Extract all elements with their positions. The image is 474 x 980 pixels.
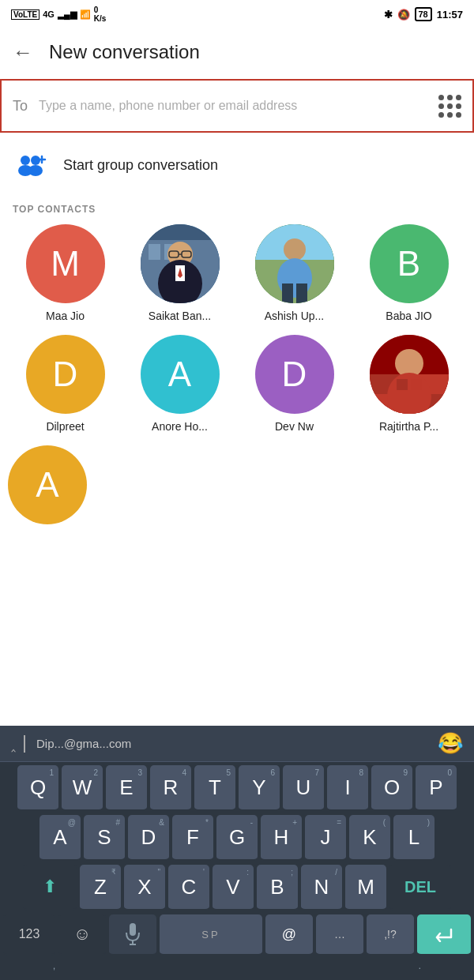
key-z[interactable]: ₹Z — [80, 865, 121, 911]
contact-name-baba-jio: Baba JIO — [386, 310, 431, 322]
avatar-saikat — [141, 224, 220, 303]
space-key[interactable]: SP — [160, 914, 262, 956]
key-n[interactable]: /N — [301, 865, 342, 911]
num-key[interactable]: 123 — [3, 914, 55, 956]
top-contacts-label: TOP CONTACTS — [0, 197, 474, 224]
contact-anore[interactable]: A Anore Ho... — [122, 335, 237, 433]
svg-rect-23 — [296, 283, 307, 303]
key-a[interactable]: @A — [40, 815, 81, 861]
partial-row: A — [0, 445, 474, 543]
avatar-maa-jio: M — [26, 224, 105, 303]
key-o[interactable]: 9O — [371, 765, 412, 811]
contact-dev[interactable]: D Dev Nw — [237, 335, 352, 433]
contact-rajtirtha[interactable]: Rajtirtha P... — [352, 335, 466, 433]
svg-point-20 — [284, 238, 306, 261]
to-field-container[interactable]: To Type a name, phone number or email ad… — [0, 79, 474, 133]
key-h[interactable]: +H — [261, 815, 302, 861]
suggestion-expand-icon[interactable]: ‸ — [11, 735, 16, 753]
to-label: To — [13, 98, 28, 115]
contact-partial-a[interactable]: A — [8, 445, 87, 531]
page-title: New conversation — [49, 41, 200, 63]
key-p[interactable]: 0P — [416, 765, 457, 811]
contact-dilpreet[interactable]: D Dilpreet — [8, 335, 122, 433]
suggestion-emoji[interactable]: 😂 — [438, 731, 463, 756]
suggestion-cursor — [24, 735, 25, 753]
contact-name-rajtirtha: Rajtirtha P... — [379, 420, 438, 433]
avatar-partial: A — [8, 445, 87, 524]
avatar-baba-jio: B — [370, 224, 449, 303]
mic-key[interactable] — [109, 914, 156, 956]
key-t[interactable]: 5T — [194, 765, 235, 811]
key-m[interactable]: M — [345, 865, 386, 911]
contact-name-saikat: Saikat Ban... — [149, 310, 211, 322]
volte-label: VoLTE — [11, 9, 40, 20]
wifi-icon: 📶 — [80, 9, 91, 20]
data-speed: 0K/s — [94, 6, 107, 23]
key-c[interactable]: 'C — [168, 865, 209, 911]
keyboard-row-2: @A #S &D *F -G +H =J (K )L — [3, 815, 471, 861]
keyboard-row-5: , . — [3, 959, 471, 971]
contact-name-ashish: Ashish Up... — [265, 310, 324, 322]
keyboard-row-1: 1Q 2W 3E 4R 5T 6Y 7U 8I 9O 0P — [3, 765, 471, 811]
time-display: 11:57 — [437, 9, 463, 21]
at-key[interactable]: @ — [265, 914, 313, 956]
header: ← New conversation — [0, 28, 474, 76]
key-i[interactable]: 8I — [327, 765, 368, 811]
key-s[interactable]: #S — [84, 815, 125, 861]
battery-indicator: 78 — [415, 7, 432, 21]
key-v[interactable]: :V — [213, 865, 254, 911]
svg-rect-8 — [149, 244, 160, 260]
key-x[interactable]: "X — [124, 865, 165, 911]
enter-key[interactable] — [417, 914, 471, 956]
key-j[interactable]: =J — [305, 815, 346, 861]
punct-key[interactable]: … — [316, 914, 363, 956]
keyboard-row-3: ⬆ ₹Z "X 'C :V ;B /N M DEL — [3, 865, 471, 911]
svg-rect-32 — [130, 923, 136, 936]
start-group-button[interactable]: Start group conversation — [0, 133, 474, 197]
key-l[interactable]: )L — [393, 815, 434, 861]
key-w[interactable]: 2W — [62, 765, 103, 811]
svg-rect-22 — [282, 283, 293, 303]
contact-ashish[interactable]: Ashish Up... — [237, 224, 352, 322]
contact-saikat[interactable]: Saikat Ban... — [122, 224, 237, 322]
key-d[interactable]: &D — [128, 815, 169, 861]
shift-key[interactable]: ⬆ — [23, 865, 77, 911]
keyboard-row-4: 123 ☺ SP @ … ,!? — [3, 914, 471, 956]
suggestion-bar[interactable]: ‸ Dip...@gma...com 😂 — [0, 726, 474, 762]
comma-excl-key[interactable]: ,!? — [367, 914, 414, 956]
contact-baba-jio[interactable]: B Baba JIO — [352, 224, 466, 322]
contact-name-dilpreet: Dilpreet — [46, 420, 84, 433]
suggestion-text[interactable]: Dip...@gma...com — [36, 737, 438, 750]
svg-rect-30 — [397, 379, 408, 390]
key-g[interactable]: -G — [216, 815, 258, 861]
key-y[interactable]: 6Y — [239, 765, 280, 811]
signal-bars: ▂▄▆ — [58, 9, 77, 20]
delete-key[interactable]: DEL — [389, 865, 451, 911]
key-e[interactable]: 3E — [106, 765, 147, 811]
svg-point-3 — [28, 165, 43, 176]
avatar-dilpreet: D — [26, 335, 105, 414]
contact-name-maa-jio: Maa Jio — [46, 310, 85, 322]
contact-maa-jio[interactable]: M Maa Jio — [8, 224, 122, 322]
bluetooth-icon: ✱ — [384, 9, 393, 21]
recipient-input[interactable]: Type a name, phone number or email addre… — [39, 97, 427, 115]
signal-label: 4G — [43, 9, 55, 19]
key-r[interactable]: 4R — [150, 765, 191, 811]
keyboard-rows: 1Q 2W 3E 4R 5T 6Y 7U 8I 9O 0P @A #S &D *… — [0, 762, 474, 980]
key-q[interactable]: 1Q — [17, 765, 58, 811]
key-k[interactable]: (K — [349, 815, 390, 861]
contact-name-anore: Anore Ho... — [152, 420, 208, 433]
avatar-ashish — [255, 224, 334, 303]
group-icon — [13, 147, 49, 183]
avatar-anore: A — [141, 335, 220, 414]
key-f[interactable]: *F — [172, 815, 213, 861]
contacts-grid-icon[interactable] — [438, 95, 461, 118]
contact-name-dev: Dev Nw — [275, 420, 314, 433]
key-u[interactable]: 7U — [283, 765, 324, 811]
period-key[interactable]: . — [399, 959, 440, 971]
keyboard: ‸ Dip...@gma...com 😂 1Q 2W 3E 4R 5T 6Y 7… — [0, 726, 474, 980]
comma-sub-key[interactable]: , — [34, 959, 75, 971]
back-button[interactable]: ← — [13, 40, 33, 65]
emoji-key[interactable]: ☺ — [58, 914, 106, 956]
key-b[interactable]: ;B — [257, 865, 298, 911]
